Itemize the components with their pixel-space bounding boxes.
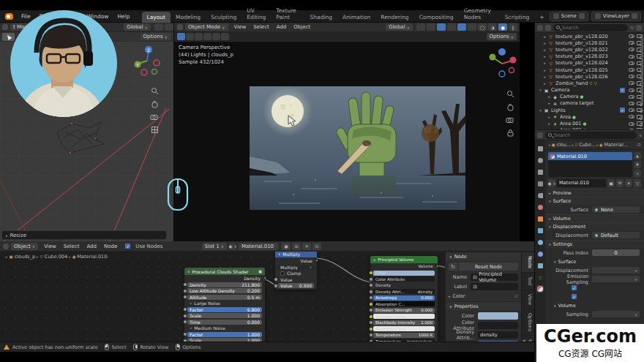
viewport-3d-camera[interactable]: Object Mode ViewSelectAddObject Global ◯…	[173, 23, 520, 241]
viewport-menu-item[interactable]: Select	[250, 24, 273, 30]
panel-settings-volume[interactable]: ▾Volume	[545, 301, 644, 309]
outliner-item-label[interactable]: texture_pbr_v128.022	[555, 47, 608, 53]
node-param-row[interactable]: Scale 1.000	[187, 313, 262, 318]
shading-solid-icon[interactable]: ◯	[478, 23, 487, 31]
node-param-row[interactable]: Blackbody Tint	[373, 326, 435, 331]
expand-arrow-icon[interactable]: ▸	[547, 101, 552, 105]
shader-node-editor[interactable]: Object ViewSelectAddNode Use Nodes Slot …	[0, 241, 534, 342]
panel-preview[interactable]: ▸Preview	[545, 189, 644, 197]
node-param-row[interactable]: Low Altitude Density 0.200	[187, 288, 262, 293]
expand-arrow-icon[interactable]: ▸	[542, 68, 547, 72]
collapse-icon[interactable]: ∨	[373, 258, 375, 262]
hide-in-viewport-icon[interactable]	[629, 68, 634, 72]
outliner-item-label[interactable]: texture_pbr_v128.020	[555, 34, 608, 39]
blender-logo-icon[interactable]	[5, 13, 13, 20]
select-box-icon[interactable]	[186, 33, 194, 40]
outliner-row[interactable]: ▸ ⊕ camera target	[535, 100, 644, 107]
outliner-item-label[interactable]: Camera	[551, 87, 570, 93]
collapse-icon[interactable]: ∨	[278, 252, 280, 256]
node-param-row[interactable]: Color	[373, 271, 435, 276]
camera-view-icon[interactable]	[150, 113, 159, 121]
workspace-tab[interactable]: Scripting	[500, 12, 534, 23]
node-procedural-clouds-shader[interactable]: ∨ Procedural Clouds Shader ▣ Density Den…	[184, 268, 265, 342]
navigation-gizmo[interactable]	[487, 46, 517, 80]
property-value[interactable]: None	[592, 206, 640, 214]
material-slot-selected[interactable]: Material.010	[548, 152, 632, 160]
hide-in-viewport-icon[interactable]	[629, 48, 634, 51]
tab-view-layer[interactable]	[536, 180, 544, 187]
pivot-point-icon[interactable]	[154, 23, 163, 31]
tab-constraints[interactable]	[536, 262, 544, 269]
menu-item[interactable]: Help	[113, 13, 134, 20]
filter-options-icon[interactable]	[636, 25, 642, 31]
sidebar-tab[interactable]: View	[522, 290, 534, 309]
sidebar-tab[interactable]: Node	[522, 252, 534, 273]
show-gizmo-icon[interactable]	[447, 23, 456, 31]
node-param-row[interactable]: Emission Strength 0.000	[373, 308, 435, 313]
shader-type-dropdown[interactable]: Object	[11, 243, 38, 250]
operation-dropdown[interactable]: Multiply	[278, 265, 314, 270]
options-dropdown[interactable]: Options	[141, 33, 171, 40]
slot-dropdown[interactable]: Slot 1	[202, 243, 228, 250]
outliner-row[interactable]: ▸ ▽ texture_pbr_v128.021	[535, 39, 644, 46]
node-param-row[interactable]: Altitude 0.5 m	[187, 295, 262, 300]
panel-node[interactable]: ∨Node	[446, 252, 521, 260]
clamp-checkbox[interactable]	[280, 271, 285, 276]
hide-in-viewport-icon[interactable]	[629, 75, 634, 78]
viewport-menu-item[interactable]: Add	[273, 24, 291, 30]
pause-render-icon[interactable]: ‖	[509, 23, 517, 31]
expand-arrow-icon[interactable]: ▸	[542, 81, 547, 86]
node-header[interactable]: ∨ Principled Volume	[370, 256, 438, 263]
hide-in-viewport-icon[interactable]	[629, 61, 634, 65]
slot-scroll-up-button[interactable]: ▲	[634, 152, 641, 159]
hide-in-viewport-icon[interactable]	[629, 95, 634, 99]
filter-icon[interactable]: ▽	[630, 25, 634, 30]
workspace-tab[interactable]: Compositing	[414, 12, 459, 23]
viewlayer-selector[interactable]: ViewLayer	[591, 12, 641, 21]
disable-in-render-icon[interactable]	[637, 115, 643, 119]
outliner-row[interactable]: ▾ ▣ Camera	[535, 87, 644, 94]
fake-user-shield-icon[interactable]: ▣	[607, 179, 615, 187]
measure-tool-icon[interactable]	[221, 33, 229, 40]
tab-render[interactable]	[536, 157, 544, 164]
new-collection-icon[interactable]	[545, 25, 551, 31]
outliner-row[interactable]: ▸ ☀ Area ●	[535, 113, 644, 120]
shading-rendered-icon[interactable]: ●	[498, 23, 507, 31]
resize-operator-panel[interactable]: ▸ Resize	[1, 230, 167, 240]
viewport-menu-item[interactable]: View	[231, 24, 250, 30]
property-value[interactable]	[592, 276, 640, 283]
node-header[interactable]: ∨ Procedural Clouds Shader ▣	[184, 268, 265, 275]
browse-material-icon[interactable]: ◉	[229, 243, 236, 250]
outliner-item-label[interactable]: Zombie_hand	[555, 80, 588, 86]
slot-specials-button[interactable]: ∨	[634, 170, 641, 177]
refresh-icon[interactable]: ↻	[449, 263, 457, 271]
pin-icon[interactable]: ⊙	[637, 142, 641, 148]
viewport-menu-item[interactable]: Object	[290, 24, 314, 30]
unlink-material-icon[interactable]: ✕	[302, 243, 311, 250]
node-param-row[interactable]: Density	[373, 283, 435, 288]
node-param-row[interactable]: Value 0.500	[278, 283, 314, 288]
node-param-row[interactable]: Blackbody Intensity 1.000	[373, 320, 435, 325]
material-name-field[interactable]: Material.010	[557, 179, 606, 187]
hide-in-viewport-icon[interactable]	[629, 122, 634, 126]
outliner-row[interactable]: ▸ ▽ texture_pbr_v128.026	[535, 73, 644, 80]
workspace-tab[interactable]: Texture Paint	[271, 5, 304, 23]
breadcrumb-item[interactable]: ▸ ◉ Material...	[596, 142, 628, 148]
tab-data[interactable]: ▽	[536, 274, 544, 281]
outliner-item-label[interactable]: camera target	[560, 100, 594, 106]
property-value[interactable]	[592, 267, 640, 274]
expand-arrow-icon[interactable]: ▾	[538, 108, 543, 113]
transform-orientation-dropdown[interactable]: Global	[124, 23, 151, 31]
outliner-item-label[interactable]: texture_pbr_v128.023	[555, 53, 608, 59]
property-widget[interactable]	[592, 267, 640, 274]
object-mode-dropdown[interactable]: Object Mode	[185, 23, 228, 31]
outliner-search[interactable]	[553, 24, 628, 31]
output-socket[interactable]	[263, 276, 266, 279]
hide-in-viewport-icon[interactable]	[629, 41, 634, 45]
breadcrumb-item[interactable]: ▸ ▣ clou...	[548, 142, 571, 148]
new-viewlayer-icon[interactable]	[632, 13, 637, 19]
outliner-item-label[interactable]: Area.001	[560, 121, 581, 127]
overlays-icon[interactable]	[457, 23, 466, 31]
outliner-row[interactable]: ▸ ▽ texture_pbr_v128.024	[535, 60, 644, 67]
outliner-row[interactable]: ▸ ▽ texture_pbr_v128.020	[535, 33, 644, 39]
